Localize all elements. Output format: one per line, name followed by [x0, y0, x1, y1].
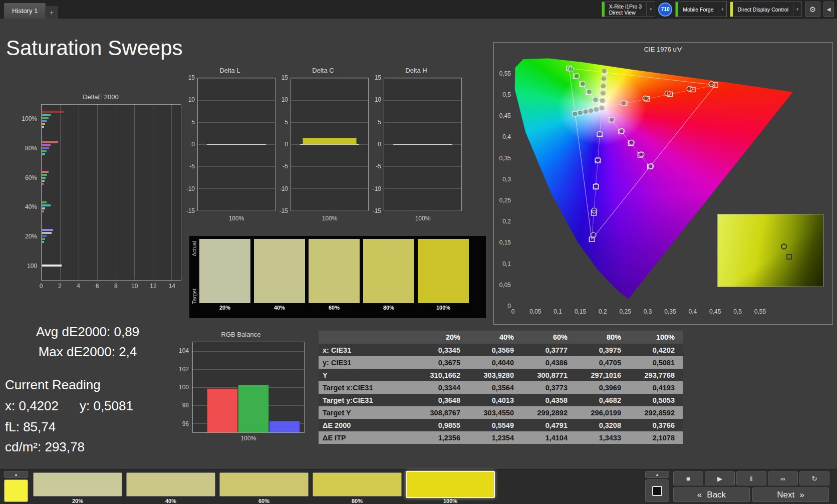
bar-group [42, 134, 180, 163]
color-swatch [309, 239, 360, 303]
delta-c-plot-area [291, 78, 369, 211]
bar [42, 150, 47, 152]
gridline [384, 100, 461, 101]
axis-tick-label: 0,3 [644, 308, 652, 315]
gridline [291, 78, 368, 79]
gridline [198, 100, 275, 101]
add-tab-button[interactable]: + [45, 6, 58, 19]
current-cdm2: cd/m²: 293,78 [5, 438, 170, 456]
axis-tick-label: -10 [280, 185, 288, 192]
source-selector[interactable]: Mobile Forge ▼ [675, 2, 727, 17]
meter-selector[interactable]: X-Rite i1Pro 3 Direct View ▼ [602, 2, 655, 17]
refresh-button[interactable]: ↻ [799, 471, 829, 485]
row-label: y: CIE31 [319, 356, 415, 369]
history-tab-label: History 1 [12, 7, 38, 15]
bar-group [42, 192, 180, 221]
rgb-plot-area [192, 342, 305, 433]
gridline [198, 210, 275, 211]
avg-de2000: Avg dE2000: 0,89 [5, 323, 170, 341]
current-y: y: 0,5081 [80, 397, 133, 415]
axis-tick-label: -15 [373, 207, 381, 214]
axis-tick-label: 100% [22, 115, 37, 122]
table-cell: 0,5053 [629, 394, 683, 406]
swatch-row: 20%40%60%80%100% [199, 239, 469, 311]
saturation-button-80%[interactable] [313, 472, 402, 496]
color-swatch [363, 239, 414, 303]
saturation-button-label: 20% [33, 498, 122, 504]
table-cell: 296,0199 [576, 406, 629, 419]
saturation-button-20%[interactable] [33, 472, 122, 496]
delta-c-title: Delta C [276, 67, 370, 76]
current-patch-swatch[interactable] [4, 479, 28, 502]
settings-button[interactable]: ⚙ [805, 2, 820, 17]
axis-tick-label: 0,4 [502, 133, 511, 140]
next-button[interactable]: Next » [752, 487, 829, 502]
back-button[interactable]: « Back [673, 487, 750, 502]
bar [42, 117, 49, 119]
table-cell: 0,4013 [468, 394, 522, 406]
delta-h-plot-area [384, 78, 462, 211]
measured-marker [578, 110, 583, 115]
table-cell: 308,8767 [415, 406, 468, 419]
measured-marker [648, 164, 654, 169]
chevron-down-icon: ▼ [793, 2, 801, 17]
axis-tick-label: 0 [507, 303, 511, 310]
table-cell: 0,3564 [468, 381, 522, 394]
bar [303, 138, 357, 144]
measured-marker [588, 108, 594, 113]
swatch-popup-button[interactable]: ▲ [4, 471, 28, 478]
pause-icon: ‖ [750, 475, 752, 482]
bar [42, 265, 62, 267]
infinity-icon: ∞ [780, 475, 785, 482]
gridline [384, 122, 461, 123]
bar [42, 177, 46, 179]
table-cell: 0,3766 [629, 419, 683, 431]
play-icon: ▶ [717, 475, 722, 482]
measured-marker [593, 97, 599, 102]
actual-target-swatch-panel: Actual Target 20%40%60%80%100% [189, 236, 486, 318]
table-cell: 293,7768 [629, 369, 683, 381]
delta-l-x-label: 100% [197, 215, 275, 222]
back-button-label: Back [707, 490, 726, 500]
bar [42, 123, 45, 125]
saturation-button-100%[interactable] [406, 471, 495, 498]
pattern-window-icon [652, 486, 662, 496]
saturation-button-cell: 60% [219, 471, 309, 504]
axis-tick-label: 8 [114, 283, 118, 290]
current-fl: fL: 85,74 [5, 418, 170, 436]
axis-tick-label: 0 [511, 308, 515, 315]
chevron-down-icon: ▼ [718, 2, 726, 17]
meter-count-badge[interactable]: 710 [658, 3, 672, 17]
pause-button[interactable]: ‖ [736, 471, 766, 485]
bar [42, 210, 44, 212]
table-cell: 0,4202 [629, 344, 683, 356]
bar-group [42, 221, 180, 250]
delta-c-chart: Delta C 151050-5-10-15 100% [276, 67, 370, 224]
saturation-button-label: 60% [219, 498, 309, 504]
axis-tick-label: 5 [285, 119, 288, 126]
row-label: ΔE 2000 [319, 419, 415, 431]
axis-tick-label: 0,45 [709, 308, 721, 315]
continuous-measure-button[interactable]: ∞ [768, 471, 798, 485]
row-label: x: CIE31 [319, 344, 415, 356]
gridline [384, 188, 461, 189]
pattern-window-button[interactable] [645, 479, 669, 502]
axis-tick-label: -5 [376, 163, 381, 170]
axis-tick-label: -10 [186, 185, 195, 192]
saturation-button-60%[interactable] [219, 472, 309, 496]
display-popup-button[interactable]: ▲ [645, 471, 669, 478]
collapse-panel-button[interactable]: ◀ [823, 2, 834, 17]
saturation-button-40%[interactable] [126, 472, 215, 496]
swatch-label: 80% [363, 305, 414, 311]
sweep-spoke [592, 108, 602, 239]
stop-button[interactable]: ■ [673, 471, 703, 485]
display-control-selector[interactable]: Direct Display Control ▼ [730, 2, 802, 17]
axis-tick-label: -5 [283, 163, 288, 170]
axis-tick-label: 0,5 [502, 91, 511, 98]
play-button[interactable]: ▶ [705, 471, 735, 485]
tab-history-1[interactable]: History 1 [4, 3, 46, 19]
table-cell: 0,4682 [576, 394, 629, 406]
measured-marker [709, 82, 714, 87]
bar-group [42, 251, 180, 280]
color-swatch [199, 239, 250, 303]
